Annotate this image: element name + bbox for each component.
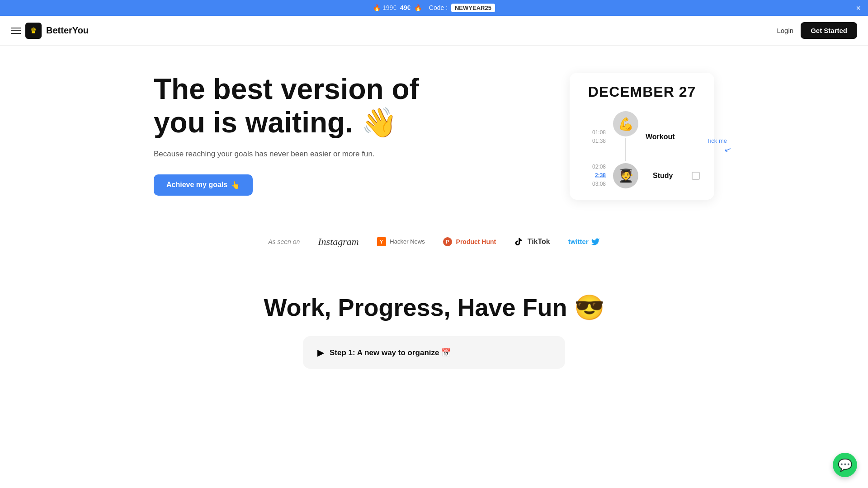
cta-emoji: 👆: [231, 181, 240, 189]
hamburger-menu[interactable]: [11, 28, 21, 34]
study-emoji: 🧑‍🎓: [618, 168, 634, 183]
study-connector: 🧑‍🎓: [613, 163, 638, 188]
original-price: 199€: [382, 4, 396, 11]
cta-label: Achieve my goals: [166, 181, 227, 189]
study-checkbox[interactable]: [692, 172, 700, 180]
nav-left: ♛ BetterYou: [11, 23, 89, 39]
step-icon: ▶: [317, 347, 324, 358]
study-avatar: 🧑‍🎓: [613, 163, 638, 188]
announcement-close-button[interactable]: ×: [856, 4, 861, 12]
work-title: Work, Progress, Have Fun 😎: [36, 293, 832, 322]
work-section: Work, Progress, Have Fun 😎 ▶ Step 1: A n…: [0, 266, 868, 387]
hero-section: The best version of you is waiting. 👋 Be…: [118, 46, 750, 218]
tick-me-label: Tick me: [707, 137, 727, 144]
twitter-logo: twitter: [568, 237, 600, 246]
ph-icon: P: [443, 237, 452, 246]
timeline-item-study: 02:08 2:38 03:08 🧑‍🎓 Study: [584, 163, 700, 189]
get-started-button[interactable]: Get Started: [801, 22, 857, 39]
step-text: Step 1: A new way to organize 📅: [330, 348, 451, 357]
product-hunt-logo: P Product Hunt: [443, 237, 496, 246]
tiktok-logo: TikTok: [514, 237, 550, 246]
twitter-icon: [591, 237, 600, 246]
workout-emoji: 💪: [618, 117, 634, 131]
hacker-news-logo: Y Hacker News: [377, 237, 425, 246]
workout-connector: 💪: [613, 111, 638, 163]
tiktok-icon: [514, 237, 523, 246]
as-seen-on-label: As seen on: [268, 238, 300, 245]
announcement-emoji-right: 🔥: [414, 4, 422, 11]
navbar: ♛ BetterYou Login Get Started: [0, 16, 868, 46]
study-times: 02:08 2:38 03:08: [584, 163, 606, 189]
timeline-line: [625, 138, 626, 161]
nav-right: Login Get Started: [777, 22, 857, 39]
announcement-emoji-left: 🔥: [373, 4, 381, 11]
study-end-time: 03:08: [584, 180, 606, 188]
sale-price: 49€: [400, 4, 410, 11]
workout-avatar: 💪: [613, 111, 638, 136]
step-card: ▶ Step 1: A new way to organize 📅: [303, 336, 565, 369]
calendar-date: DECEMBER 27: [584, 84, 700, 100]
timeline: 01:08 01:38 💪 Workout Tick me ↙: [584, 111, 700, 189]
as-seen-on-section: As seen on Instagram Y Hacker News P Pro…: [0, 218, 868, 266]
workout-end-time: 01:38: [584, 137, 606, 145]
hero-subtitle: Because reaching your goals has never be…: [154, 148, 461, 160]
announcement-bar: 🔥 199€ 49€ 🔥 Code : NEWYEAR25 ×: [0, 0, 868, 16]
timeline-item-workout: 01:08 01:38 💪 Workout Tick me ↙: [584, 111, 700, 163]
promo-code: NEWYEAR25: [451, 4, 495, 12]
hero-title: The best version of you is waiting. 👋: [154, 73, 461, 139]
hero-left: The best version of you is waiting. 👋 Be…: [154, 73, 461, 196]
logo-icon: ♛: [25, 23, 42, 39]
cta-button[interactable]: Achieve my goals 👆: [154, 174, 253, 196]
instagram-logo: Instagram: [318, 236, 359, 248]
study-label: Study: [653, 172, 692, 180]
workout-times: 01:08 01:38: [584, 128, 606, 145]
tick-me-arrow-icon: ↙: [723, 144, 733, 155]
study-start-time: 02:08: [584, 163, 606, 171]
hn-box-icon: Y: [377, 237, 386, 246]
study-active-time: 2:38: [584, 171, 606, 180]
workout-label: Workout: [646, 133, 700, 141]
calendar-widget: DECEMBER 27 01:08 01:38 💪 Workout Tick m…: [570, 73, 714, 200]
code-label: Code :: [429, 4, 448, 11]
brand-name: BetterYou: [46, 25, 89, 36]
login-button[interactable]: Login: [777, 27, 793, 34]
workout-start-time: 01:08: [584, 128, 606, 137]
